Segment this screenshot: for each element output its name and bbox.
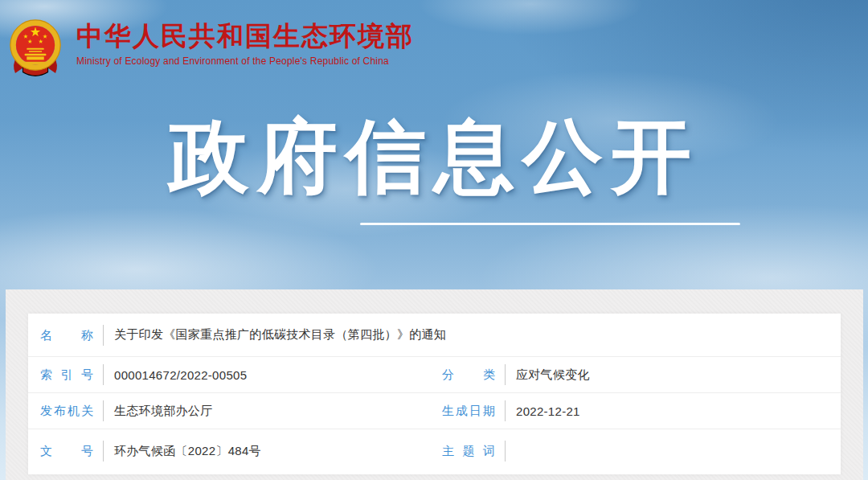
field-divider xyxy=(103,364,104,385)
field-label: 分类 xyxy=(442,366,495,384)
field-value: 000014672/2022-00505 xyxy=(114,368,247,382)
field-value: 应对气候变化 xyxy=(516,367,590,383)
field-subject-words: 主题词 xyxy=(430,441,841,462)
field-label: 索引号 xyxy=(40,366,93,384)
field-divider xyxy=(505,400,506,421)
page: 中华人民共和国生态环境部 Ministry of Ecology and Env… xyxy=(0,0,868,480)
site-name-en: Ministry of Ecology and Environment of t… xyxy=(76,55,414,67)
field-value: 2022-12-21 xyxy=(516,404,580,418)
national-emblem-icon[interactable] xyxy=(8,14,63,78)
field-issue-date: 生成日期 2022-12-21 xyxy=(430,400,841,421)
site-name-zh[interactable]: 中华人民共和国生态环境部 xyxy=(76,23,414,51)
field-value: 关于印发《国家重点推广的低碳技术目录（第四批）》的通知 xyxy=(114,327,446,343)
page-title: 政府信息公开 xyxy=(0,114,868,199)
field-divider xyxy=(505,441,506,462)
table-row: 索引号 000014672/2022-00505 分类 应对气候变化 xyxy=(28,357,841,393)
site-title-group[interactable]: 中华人民共和国生态环境部 Ministry of Ecology and Env… xyxy=(76,14,414,67)
field-divider xyxy=(103,400,104,421)
field-value: 生态环境部办公厅 xyxy=(114,404,212,419)
field-label: 文号 xyxy=(40,442,93,460)
table-row: 文号 环办气候函〔2022〕484号 主题词 xyxy=(28,429,841,473)
document-info-card: 名称 关于印发《国家重点推广的低碳技术目录（第四批）》的通知 索引号 00001… xyxy=(28,314,841,474)
field-label: 生成日期 xyxy=(442,402,495,420)
field-label: 名称 xyxy=(40,326,93,344)
field-document-number: 文号 环办气候函〔2022〕484号 xyxy=(28,441,430,462)
field-name: 名称 关于印发《国家重点推广的低碳技术目录（第四批）》的通知 xyxy=(28,325,841,346)
content-section: 名称 关于印发《国家重点推广的低碳技术目录（第四批）》的通知 索引号 00001… xyxy=(6,289,863,480)
title-underline xyxy=(360,223,740,225)
field-divider xyxy=(103,441,104,462)
field-divider xyxy=(103,325,104,346)
field-value: 环办气候函〔2022〕484号 xyxy=(114,444,261,459)
table-row: 发布机关 生态环境部办公厅 生成日期 2022-12-21 xyxy=(28,393,841,429)
field-index-number: 索引号 000014672/2022-00505 xyxy=(28,364,430,385)
field-divider xyxy=(505,364,506,385)
table-row: 名称 关于印发《国家重点推广的低碳技术目录（第四批）》的通知 xyxy=(28,314,841,357)
field-category: 分类 应对气候变化 xyxy=(430,364,841,385)
field-label: 主题词 xyxy=(442,442,495,460)
site-header: 中华人民共和国生态环境部 Ministry of Ecology and Env… xyxy=(8,14,414,78)
field-label: 发布机关 xyxy=(40,402,93,420)
field-issuing-agency: 发布机关 生态环境部办公厅 xyxy=(28,400,430,421)
